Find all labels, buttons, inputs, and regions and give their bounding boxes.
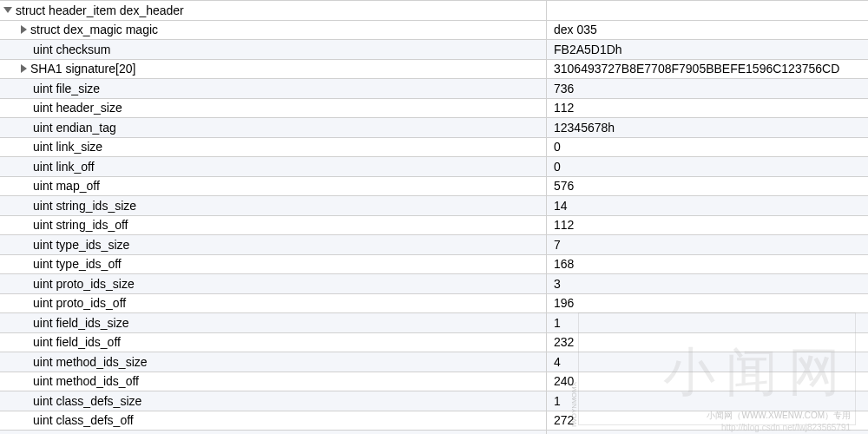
- table-row[interactable]: uint field_ids_size1: [0, 312, 868, 332]
- name-cell[interactable]: uint link_size: [0, 138, 547, 157]
- name-cell[interactable]: uint class_defs_size: [0, 391, 547, 411]
- name-cell[interactable]: uint file_size: [0, 79, 547, 98]
- value-cell: 0: [547, 140, 868, 154]
- table-row[interactable]: uint link_off0: [0, 156, 868, 176]
- name-text: uint field_ids_off: [33, 335, 121, 349]
- table-row[interactable]: uint string_ids_off112: [0, 215, 868, 235]
- name-cell[interactable]: uint method_ids_size: [0, 352, 547, 372]
- name-cell[interactable]: uint data_size: [0, 431, 547, 434]
- table-row[interactable]: uint method_ids_off240: [0, 372, 868, 391]
- name-cell[interactable]: SHA1 signature[20]: [0, 60, 547, 79]
- value-cell: 3106493727B8E7708F7905BBEFE1596C123756CD: [547, 62, 868, 76]
- value-cell: 168: [547, 257, 868, 271]
- name-text: uint type_ids_off: [33, 257, 122, 271]
- value-cell: 232: [547, 335, 868, 349]
- name-text: uint link_size: [33, 140, 102, 154]
- table-row[interactable]: uint data_size432: [0, 430, 868, 434]
- name-text: uint class_defs_off: [33, 413, 134, 427]
- value-cell: 3: [547, 277, 868, 291]
- table-row[interactable]: SHA1 signature[20]3106493727B8E7708F7905…: [0, 59, 868, 79]
- name-text: uint checksum: [33, 43, 110, 56]
- table-row[interactable]: struct dex_magic magicdex 035: [0, 20, 868, 40]
- value-cell: 240: [547, 374, 868, 388]
- name-cell[interactable]: uint endian_tag: [0, 118, 547, 137]
- table-row[interactable]: uint field_ids_off232: [0, 332, 868, 352]
- name-cell[interactable]: uint type_ids_size: [0, 235, 547, 254]
- name-cell[interactable]: uint method_ids_off: [0, 372, 547, 391]
- name-text: uint string_ids_off: [33, 218, 128, 232]
- struct-table: struct header_item dex_header struct dex…: [0, 0, 868, 434]
- value-cell: 12345678h: [547, 121, 868, 135]
- header-name-cell[interactable]: struct header_item dex_header: [0, 1, 547, 20]
- table-row[interactable]: uint type_ids_off168: [0, 254, 868, 274]
- name-text: uint method_ids_size: [33, 355, 148, 369]
- value-cell: 272: [547, 413, 868, 427]
- table-row[interactable]: uint class_defs_size1: [0, 391, 868, 411]
- chevron-down-icon[interactable]: [3, 7, 12, 13]
- name-text: uint proto_ids_size: [33, 277, 135, 291]
- name-cell[interactable]: uint link_off: [0, 157, 547, 176]
- name-text: uint method_ids_off: [33, 374, 139, 388]
- name-text: uint class_defs_size: [33, 394, 141, 408]
- name-text: uint endian_tag: [33, 121, 116, 135]
- table-row[interactable]: uint string_ids_size14: [0, 195, 868, 215]
- table-row[interactable]: uint checksumFB2A5D1Dh: [0, 39, 868, 59]
- chevron-right-icon[interactable]: [21, 64, 27, 73]
- name-cell[interactable]: uint type_ids_off: [0, 255, 547, 274]
- table-row[interactable]: uint file_size736: [0, 78, 868, 98]
- table-row[interactable]: uint link_size0: [0, 137, 868, 157]
- table-row[interactable]: uint class_defs_off272: [0, 411, 868, 431]
- name-cell[interactable]: uint header_size: [0, 99, 547, 118]
- name-text: uint type_ids_size: [33, 238, 129, 252]
- value-cell: FB2A5D1Dh: [547, 43, 868, 56]
- value-cell: 736: [547, 82, 868, 95]
- value-cell: 576: [547, 179, 868, 193]
- table-row[interactable]: uint endian_tag12345678h: [0, 117, 868, 137]
- header-name-text: struct header_item dex_header: [16, 3, 184, 17]
- table-row[interactable]: uint header_size112: [0, 98, 868, 118]
- value-cell: 14: [547, 199, 868, 213]
- value-cell: 1: [547, 394, 868, 408]
- name-text: uint field_ids_size: [33, 316, 129, 330]
- name-text: uint string_ids_size: [33, 199, 136, 213]
- name-text: uint map_off: [33, 179, 100, 193]
- name-cell[interactable]: uint checksum: [0, 40, 547, 59]
- table-row[interactable]: uint proto_ids_size3: [0, 273, 868, 293]
- header-row[interactable]: struct header_item dex_header: [0, 0, 868, 20]
- value-cell: dex 035: [547, 23, 868, 36]
- name-cell[interactable]: struct dex_magic magic: [0, 21, 547, 40]
- table-row[interactable]: uint method_ids_size4: [0, 352, 868, 372]
- value-cell: 4: [547, 355, 868, 369]
- name-cell[interactable]: uint field_ids_size: [0, 313, 547, 332]
- table-row[interactable]: uint map_off576: [0, 176, 868, 196]
- name-cell[interactable]: uint map_off: [0, 177, 547, 196]
- name-text: uint file_size: [33, 82, 100, 95]
- value-cell: 112: [547, 218, 868, 232]
- name-cell[interactable]: uint proto_ids_off: [0, 294, 547, 313]
- table-row[interactable]: uint type_ids_size7: [0, 234, 868, 254]
- name-cell[interactable]: uint string_ids_off: [0, 216, 547, 235]
- value-cell: 0: [547, 160, 868, 174]
- value-cell: 7: [547, 238, 868, 252]
- name-cell[interactable]: uint field_ids_off: [0, 333, 547, 352]
- value-cell: 1: [547, 316, 868, 330]
- name-cell[interactable]: uint proto_ids_size: [0, 274, 547, 293]
- name-text: uint header_size: [33, 101, 122, 115]
- name-text: uint link_off: [33, 160, 95, 174]
- table-row[interactable]: uint proto_ids_off196: [0, 293, 868, 313]
- name-cell[interactable]: uint string_ids_size: [0, 196, 547, 215]
- chevron-right-icon[interactable]: [21, 25, 27, 34]
- name-text: uint proto_ids_off: [33, 296, 126, 310]
- value-cell: 196: [547, 296, 868, 310]
- name-cell[interactable]: uint class_defs_off: [0, 411, 547, 431]
- value-cell: 112: [547, 101, 868, 115]
- name-text: struct dex_magic magic: [30, 23, 158, 36]
- name-text: SHA1 signature[20]: [30, 62, 135, 76]
